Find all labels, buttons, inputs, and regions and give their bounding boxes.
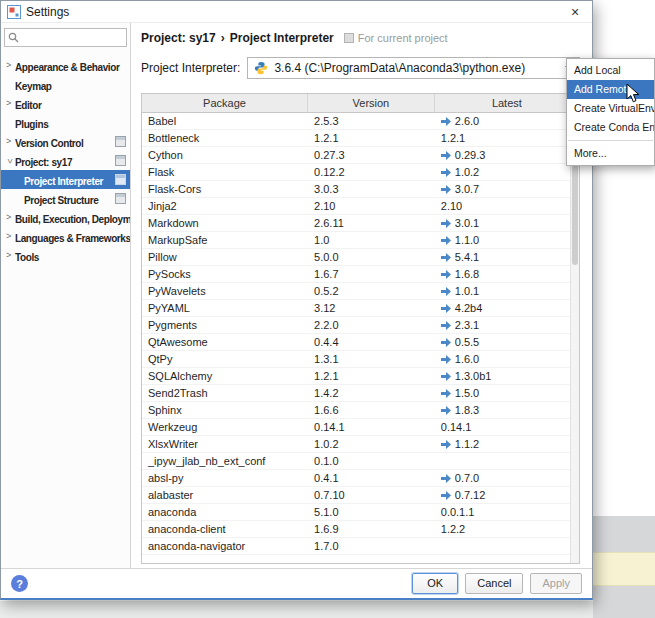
package-row[interactable]: anaconda-client1.6.91.2.2	[142, 521, 579, 538]
package-row[interactable]: anaconda5.1.00.0.1.1	[142, 504, 579, 521]
latest-cell: 0.0.1.1	[435, 504, 579, 520]
package-row[interactable]: MarkupSafe1.01.1.0	[142, 232, 579, 249]
package-row[interactable]: PyWavelets0.5.21.0.1	[142, 283, 579, 300]
sidebar-item-build-execution-deployment[interactable]: >Build, Execution, Deployment	[1, 208, 130, 227]
package-row[interactable]: absl-py0.4.10.7.0	[142, 470, 579, 487]
latest-version-text: 1.2.1	[441, 132, 465, 144]
latest-cell: 1.0.1	[435, 283, 579, 299]
interpreter-menu: Add LocalAdd RemoteCreate VirtualEnvCrea…	[566, 58, 655, 166]
search-input[interactable]	[22, 30, 123, 45]
package-row[interactable]: Pillow5.0.05.4.1	[142, 249, 579, 266]
package-row[interactable]: Pygments2.2.02.3.1	[142, 317, 579, 334]
version-cell: 3.0.3	[308, 181, 435, 197]
latest-cell: 1.1.0	[435, 232, 579, 248]
package-row[interactable]: SQLAlchemy1.2.11.3.0b1	[142, 368, 579, 385]
sidebar-item-editor[interactable]: >Editor	[1, 94, 130, 113]
latest-version-text: 1.5.0	[455, 387, 479, 399]
chevron-expanded-icon[interactable]: >	[1, 159, 19, 164]
version-cell: 0.4.4	[308, 334, 435, 350]
chevron-collapsed-icon[interactable]: >	[6, 246, 11, 265]
settings-page-icon	[115, 136, 126, 147]
package-row[interactable]: alabaster0.7.100.7.12	[142, 487, 579, 504]
menu-item-more[interactable]: More...	[567, 144, 654, 163]
latest-version-text: 1.1.0	[455, 234, 479, 246]
package-row[interactable]: Jinja22.102.10	[142, 198, 579, 215]
package-row[interactable]: PySocks1.6.71.6.8	[142, 266, 579, 283]
column-header-version[interactable]: Version	[308, 94, 435, 112]
help-button[interactable]: ?	[11, 575, 28, 592]
upgrade-arrow-icon	[441, 440, 451, 449]
sidebar-item-version-control[interactable]: >Version Control	[1, 132, 130, 151]
package-row[interactable]: Markdown2.6.113.0.1	[142, 215, 579, 232]
package-row[interactable]: _ipyw_jlab_nb_ext_conf0.1.0	[142, 453, 579, 470]
latest-cell: 3.0.1	[435, 215, 579, 231]
package-name-cell: Babel	[142, 113, 308, 129]
sidebar-item-languages-frameworks[interactable]: >Languages & Frameworks	[1, 227, 130, 246]
sidebar-nav: >Appearance & BehaviorKeymap>EditorPlugi…	[1, 56, 130, 265]
apply-button[interactable]: Apply	[530, 573, 582, 594]
package-row[interactable]: QtPy1.3.11.6.0	[142, 351, 579, 368]
sidebar-item-project-interpreter[interactable]: Project Interpreter	[1, 170, 130, 189]
mouse-cursor-icon	[626, 83, 641, 104]
package-row[interactable]: Cython0.27.30.29.3	[142, 147, 579, 164]
latest-version-text: 0.7.12	[455, 489, 486, 501]
package-row[interactable]: Send2Trash1.4.21.5.0	[142, 385, 579, 402]
latest-version-text: 1.6.0	[455, 353, 479, 365]
package-row[interactable]: Flask-Cors3.0.33.0.7	[142, 181, 579, 198]
breadcrumb-separator: ›	[221, 31, 225, 45]
latest-version-text: 5.4.1	[455, 251, 479, 263]
latest-cell: 1.6.8	[435, 266, 579, 282]
package-row[interactable]: anaconda-navigator1.7.0	[142, 538, 579, 555]
chevron-collapsed-icon[interactable]: >	[6, 208, 11, 227]
scope-note-text: For current project	[358, 32, 448, 44]
version-cell: 1.2.1	[308, 130, 435, 146]
column-header-latest[interactable]: Latest	[435, 94, 579, 112]
upgrade-arrow-icon	[441, 474, 451, 483]
sidebar-item-keymap[interactable]: Keymap	[1, 75, 130, 94]
upgrade-arrow-icon	[441, 168, 451, 177]
package-row[interactable]: Bottleneck1.2.11.2.1	[142, 130, 579, 147]
chevron-collapsed-icon[interactable]: >	[6, 94, 11, 113]
package-row[interactable]: XlsxWriter1.0.21.1.2	[142, 436, 579, 453]
sidebar-item-tools[interactable]: >Tools	[1, 246, 130, 265]
chevron-collapsed-icon[interactable]: >	[6, 132, 11, 151]
package-row[interactable]: PyYAML3.124.2b4	[142, 300, 579, 317]
version-cell: 0.12.2	[308, 164, 435, 180]
latest-version-text: 3.0.7	[455, 183, 479, 195]
sidebar-item-appearance-behavior[interactable]: >Appearance & Behavior	[1, 56, 130, 75]
package-row[interactable]: QtAwesome0.4.40.5.5	[142, 334, 579, 351]
close-icon[interactable]: ×	[564, 2, 586, 22]
chevron-collapsed-icon[interactable]: >	[6, 56, 11, 75]
sidebar-item-project-sy17[interactable]: >Project: sy17	[1, 151, 130, 170]
version-cell: 0.7.10	[308, 487, 435, 503]
latest-cell: 1.6.0	[435, 351, 579, 367]
latest-cell: 0.5.5	[435, 334, 579, 350]
upgrade-arrow-icon	[441, 406, 451, 415]
version-cell: 1.0	[308, 232, 435, 248]
version-cell: 2.6.11	[308, 215, 435, 231]
package-name-cell: anaconda-navigator	[142, 538, 308, 554]
chevron-collapsed-icon[interactable]: >	[6, 227, 11, 246]
menu-item-add-local[interactable]: Add Local	[567, 61, 654, 80]
latest-cell: 0.29.3	[435, 147, 579, 163]
latest-cell: 0.7.0	[435, 470, 579, 486]
ok-button[interactable]: OK	[412, 573, 458, 594]
table-scrollbar[interactable]	[570, 113, 579, 563]
sidebar-item-project-structure[interactable]: Project Structure	[1, 189, 130, 208]
package-row[interactable]: Flask0.12.21.0.2	[142, 164, 579, 181]
package-row[interactable]: Babel2.5.32.6.0	[142, 113, 579, 130]
package-row[interactable]: Sphinx1.6.61.8.3	[142, 402, 579, 419]
background-notification-strip	[593, 552, 655, 586]
latest-cell	[435, 538, 579, 554]
cancel-button[interactable]: Cancel	[465, 573, 523, 594]
package-row[interactable]: Werkzeug0.14.10.14.1	[142, 419, 579, 436]
menu-item-create-conda-env[interactable]: Create Conda Env	[567, 118, 654, 137]
upgrade-arrow-icon	[441, 491, 451, 500]
version-cell: 2.10	[308, 198, 435, 214]
column-header-package[interactable]: Package	[142, 94, 308, 112]
interpreter-select[interactable]: 3.6.4 (C:\ProgramData\Anaconda3\python.e…	[247, 57, 580, 79]
package-name-cell: Pygments	[142, 317, 308, 333]
package-name-cell: Cython	[142, 147, 308, 163]
sidebar-item-plugins[interactable]: Plugins	[1, 113, 130, 132]
sidebar-item-label: Project Structure	[1, 191, 98, 208]
